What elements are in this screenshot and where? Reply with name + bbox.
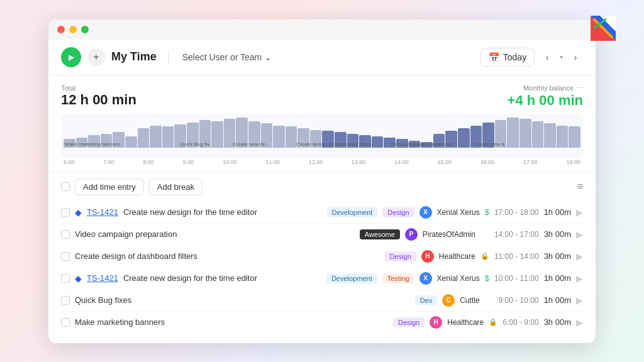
chart-bar	[273, 126, 285, 148]
maximize-dot[interactable]	[81, 26, 89, 33]
play-row-button[interactable]: ▶	[576, 251, 583, 261]
duration: 1h 00m	[544, 295, 571, 305]
minimize-dot[interactable]	[69, 26, 77, 33]
task-name: Video campaign preparation	[75, 229, 355, 239]
chart-time-label: 10:00	[223, 159, 237, 165]
task-tag: Testing	[382, 273, 414, 283]
chart-bar	[396, 139, 408, 147]
avatar: P	[405, 228, 418, 241]
time-range: 6:00 - 9:00	[502, 318, 538, 327]
add-break-button[interactable]: Add break	[149, 178, 203, 195]
play-button[interactable]: ▶	[61, 47, 81, 67]
chart-bar	[519, 119, 531, 147]
time-range: 9:00 - 10:00	[499, 296, 539, 305]
toolbar: ▶ + My Time Select User or Team ⌄ 📅 Toda…	[48, 40, 596, 75]
chart-labels: 6:007:008:009:0010:0011:0012:0013:0014:0…	[61, 159, 583, 165]
chart-bar	[433, 134, 445, 148]
total-block: Total 12 h 00 min	[61, 84, 136, 108]
logo-badge	[587, 13, 619, 44]
add-button[interactable]: +	[87, 48, 105, 66]
play-row-button[interactable]: ▶	[576, 317, 583, 327]
today-button[interactable]: 📅 Today	[480, 48, 535, 67]
filter-button[interactable]: ≡	[577, 181, 583, 192]
chart-bar	[248, 121, 260, 148]
task-id[interactable]: TS-1421	[87, 273, 118, 283]
row-checkbox[interactable]	[61, 252, 70, 261]
task-list: ◆TS-1421Create new design for the time e…	[61, 202, 583, 333]
close-dot[interactable]	[57, 26, 65, 33]
chart-bar	[297, 128, 309, 148]
avatar: X	[419, 206, 432, 219]
divider	[168, 51, 169, 63]
table-row: ◆TS-1421Create new design for the time e…	[61, 202, 583, 224]
time-range: 11:00 - 14:00	[494, 252, 539, 261]
table-row: Video campaign preparationAwesomePPirate…	[61, 224, 583, 246]
chart-bar	[174, 124, 186, 148]
row-checkbox[interactable]	[61, 296, 70, 305]
row-checkbox[interactable]	[61, 318, 70, 327]
add-time-entry-button[interactable]: Add time entry	[75, 178, 144, 195]
task-name: Create new design for the time editor	[123, 207, 322, 217]
chart-time-label: 15:00	[438, 159, 452, 165]
task-id[interactable]: TS-1421	[87, 207, 118, 217]
row-checkbox[interactable]	[61, 230, 70, 239]
prev-button[interactable]: ‹	[540, 50, 555, 65]
chart-bar	[445, 131, 457, 147]
page-title: My Time	[111, 50, 157, 63]
table-section: Add time entry Add break ≡ ◆TS-1421Creat…	[48, 172, 596, 343]
chart-bar	[125, 136, 137, 147]
chart-time-label: 16:00	[480, 159, 495, 165]
duration: 3h 00m	[544, 229, 571, 239]
chart-bar	[236, 118, 248, 148]
chart-bar	[187, 123, 199, 147]
play-row-button[interactable]: ▶	[576, 295, 583, 305]
balance-label: Monthly balance ⋯	[508, 84, 583, 92]
diamond-icon: ◆	[75, 207, 82, 217]
task-tag: Development	[327, 207, 378, 217]
chart-time-label: 13:00	[352, 159, 366, 165]
play-row-button[interactable]: ▶	[576, 229, 583, 239]
chart-bar	[372, 136, 384, 147]
user-name: Xenial Xerus	[437, 208, 480, 217]
chevron-down-icon: ⌄	[264, 52, 272, 62]
balance-time: +4 h 00 min	[508, 92, 583, 109]
chart-bar	[421, 142, 433, 148]
chart-bar	[286, 126, 297, 147]
chart-bar	[470, 126, 482, 148]
table-actions: Add time entry Add break ≡	[61, 178, 583, 195]
task-name: Quick Bug fixes	[75, 295, 410, 305]
billing-icon: $	[485, 207, 489, 217]
avatar: C	[442, 294, 455, 307]
play-row-button[interactable]: ▶	[576, 207, 583, 217]
chart-bar	[64, 139, 75, 147]
chart-bar	[482, 123, 494, 147]
task-tag: Design	[382, 207, 414, 217]
task-tag: Design	[385, 251, 416, 261]
chart-time-label: 7:00	[103, 159, 114, 165]
browser-window: ▶ + My Time Select User or Team ⌄ 📅 Toda…	[48, 19, 596, 343]
avatar: H	[421, 250, 434, 263]
chart-bar	[101, 134, 113, 148]
row-checkbox[interactable]	[61, 208, 70, 217]
chart-bar	[335, 132, 347, 147]
user-name: Cuttle	[460, 296, 479, 305]
billing-icon: $	[485, 273, 489, 283]
chart-time-label: 17:00	[523, 159, 538, 165]
next-button[interactable]: ›	[568, 50, 583, 65]
select-user-dropdown[interactable]: Select User or Team ⌄	[177, 50, 277, 65]
total-label: Total	[61, 84, 136, 92]
task-tag: Awesome	[360, 229, 400, 239]
time-range: 10:00 - 11:00	[494, 274, 539, 283]
lock-icon: 🔒	[480, 252, 489, 260]
chart-bar	[544, 123, 556, 147]
chart-time-label: 14:00	[394, 159, 409, 165]
chart-bar	[409, 141, 421, 147]
select-all-checkbox[interactable]	[61, 182, 70, 191]
row-checkbox[interactable]	[61, 274, 70, 283]
total-time: 12 h 00 min	[61, 92, 136, 108]
calendar-icon: 📅	[489, 52, 499, 62]
more-button[interactable]: ⋯	[576, 84, 583, 92]
nav-dot: ●	[560, 54, 563, 60]
user-name: Xenial Xerus	[437, 274, 480, 283]
play-row-button[interactable]: ▶	[576, 273, 583, 283]
